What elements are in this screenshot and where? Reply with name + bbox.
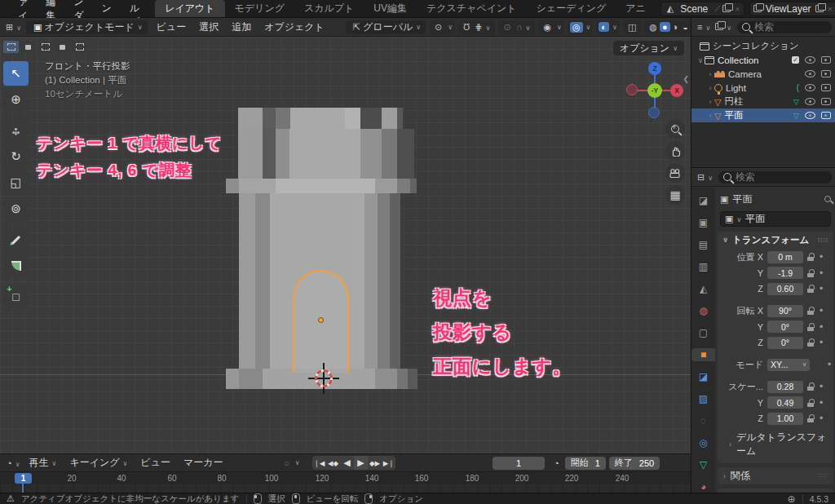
- disable-render-icon[interactable]: [821, 56, 831, 64]
- outliner-search-input[interactable]: 検索: [737, 21, 832, 33]
- disable-render-icon[interactable]: [821, 84, 831, 91]
- lock-icon[interactable]: [807, 307, 815, 315]
- viewport-3d[interactable]: フロント・平行投影 (1) Collection | 平面 10センチメートル …: [0, 37, 691, 453]
- location-z-input[interactable]: 0.60: [767, 283, 803, 295]
- gizmo-axis-y-neg[interactable]: -Y: [647, 83, 662, 98]
- outliner-row-collection[interactable]: ∨ Collection ✓: [691, 53, 835, 67]
- cursor-tool[interactable]: ⊕: [3, 87, 29, 112]
- add-cube-tool[interactable]: □: [3, 285, 29, 309]
- rotation-mode-dropdown[interactable]: XY...∨: [767, 359, 810, 371]
- lock-icon[interactable]: [807, 285, 815, 293]
- panel-grip-icon[interactable]: ∷∷: [818, 237, 828, 244]
- properties-search-input[interactable]: 検索: [718, 171, 832, 183]
- animate-dot[interactable]: •: [820, 381, 823, 392]
- tab-modeling[interactable]: モデリング: [225, 0, 294, 17]
- tab-particles[interactable]: ▨: [693, 392, 714, 405]
- options-dropdown[interactable]: オプション: [613, 41, 684, 55]
- overlays-toggle[interactable]: ◎: [568, 20, 593, 34]
- checkbox-icon[interactable]: ✓: [792, 56, 799, 64]
- tab-object-data[interactable]: ▽: [693, 458, 714, 471]
- box-select-subtract-button[interactable]: [55, 41, 70, 53]
- expand-icon[interactable]: ›: [706, 70, 714, 78]
- menu-view[interactable]: ビュー: [150, 20, 193, 34]
- pivot-dropdown[interactable]: ⊙: [430, 20, 455, 34]
- shading-wireframe-icon[interactable]: ◍: [647, 22, 660, 33]
- proportional-icon[interactable]: ⊙: [501, 22, 513, 33]
- panel-grip-icon[interactable]: ∷∷: [818, 472, 828, 480]
- camera-view-button[interactable]: [665, 163, 685, 183]
- tab-constraints[interactable]: ◎: [693, 436, 714, 449]
- current-frame-field[interactable]: 1: [493, 457, 545, 470]
- animate-dot[interactable]: •: [820, 267, 823, 279]
- relations-panel[interactable]: ›関係 ∷∷: [718, 467, 833, 484]
- properties-editor-icon[interactable]: ⊟: [695, 172, 715, 183]
- transform-tool[interactable]: ⊚: [3, 197, 29, 221]
- menu-object[interactable]: オブジェクト: [258, 20, 331, 34]
- animate-dot[interactable]: •: [820, 251, 823, 263]
- menu-add[interactable]: 追加: [225, 20, 258, 34]
- animate-dot[interactable]: •: [820, 337, 823, 348]
- lock-icon[interactable]: [807, 253, 815, 261]
- scale-y-input[interactable]: 0.49: [767, 396, 803, 409]
- scale-z-input[interactable]: 1.00: [767, 413, 803, 425]
- measure-tool[interactable]: [3, 254, 29, 278]
- frame-start-field[interactable]: 開始1: [565, 457, 606, 470]
- next-keyframe-button[interactable]: ◆▶: [368, 456, 382, 470]
- gizmo-axis-z-neg[interactable]: [648, 107, 660, 118]
- shading-material-icon[interactable]: ◑: [670, 22, 681, 32]
- object-name-field[interactable]: ▣ 平面: [720, 211, 831, 227]
- lock-icon[interactable]: [807, 323, 815, 331]
- sidebar-collapse-arrow[interactable]: ❮: [683, 75, 689, 83]
- hide-eye-icon[interactable]: [805, 70, 815, 77]
- disable-render-icon[interactable]: [821, 112, 831, 119]
- outliner-display-mode-icon[interactable]: ≡: [695, 22, 713, 32]
- timeline-ruler[interactable]: 20 40 60 80 100 120 140 160 180 200 220 …: [0, 471, 691, 493]
- current-frame-marker[interactable]: 1: [15, 473, 32, 484]
- expand-icon[interactable]: ›: [706, 112, 714, 120]
- toggle-ortho-button[interactable]: ▦: [665, 185, 685, 205]
- tab-shading[interactable]: シェーディング: [527, 0, 616, 17]
- rotation-z-input[interactable]: 0°: [767, 337, 803, 349]
- rotation-y-input[interactable]: 0°: [767, 321, 803, 333]
- xray-toggle[interactable]: ◐: [596, 20, 620, 34]
- box-select-button[interactable]: [20, 41, 36, 53]
- menu-marker[interactable]: マーカー: [177, 456, 230, 470]
- tab-world[interactable]: ◍: [693, 304, 714, 317]
- hide-eye-icon[interactable]: [805, 56, 815, 64]
- new-viewlayer-icon[interactable]: [815, 5, 824, 12]
- tab-object[interactable]: ■: [691, 348, 715, 361]
- play-button[interactable]: ▶: [354, 456, 368, 470]
- gizmo-axis-z[interactable]: Z: [648, 62, 661, 75]
- auto-key-button[interactable]: ○: [279, 456, 303, 470]
- zoom-button[interactable]: +: [665, 119, 685, 139]
- jump-start-button[interactable]: ❘◀: [312, 456, 326, 470]
- tab-physics[interactable]: ◌: [693, 414, 714, 427]
- outliner-row-cylinder[interactable]: › ▽ 円柱 ▽: [691, 95, 835, 108]
- lock-icon[interactable]: [807, 338, 815, 347]
- tab-sculpt[interactable]: スカルプト: [294, 0, 364, 17]
- delta-transform-panel[interactable]: › デルタトランスフォーム: [718, 427, 833, 458]
- tab-texture-paint[interactable]: テクスチャペイント: [417, 0, 527, 17]
- outliner-row-light[interactable]: › Light (: [691, 81, 835, 95]
- outliner-row-plane-selected[interactable]: › ▽ 平面 ▽: [691, 108, 835, 122]
- magnet-icon[interactable]: Ω: [461, 22, 472, 32]
- lock-icon[interactable]: [807, 399, 815, 407]
- menu-select[interactable]: 選択: [192, 20, 225, 34]
- outliner-filter-icon[interactable]: [713, 22, 734, 32]
- menu-keying[interactable]: キーイング: [63, 456, 134, 470]
- editor-type-icon[interactable]: ⊞: [3, 22, 24, 33]
- hide-eye-icon[interactable]: [805, 98, 815, 105]
- scale-tool[interactable]: ◱: [3, 170, 29, 195]
- menu-playback[interactable]: 再生: [23, 456, 64, 470]
- animate-dot[interactable]: •: [820, 321, 823, 333]
- expand-icon[interactable]: ›: [706, 98, 714, 106]
- animate-dot[interactable]: •: [820, 413, 823, 424]
- animate-dot[interactable]: •: [820, 305, 823, 316]
- animate-dot[interactable]: •: [820, 397, 823, 409]
- animate-dot[interactable]: •: [828, 359, 831, 370]
- move-tool[interactable]: ↔↕: [3, 118, 29, 143]
- tweak-select-button[interactable]: [3, 41, 19, 53]
- tab-tool[interactable]: ◪: [693, 194, 714, 207]
- outliner-row-camera[interactable]: › Camera: [691, 67, 835, 81]
- gizmo-axis-x-neg[interactable]: [626, 84, 638, 95]
